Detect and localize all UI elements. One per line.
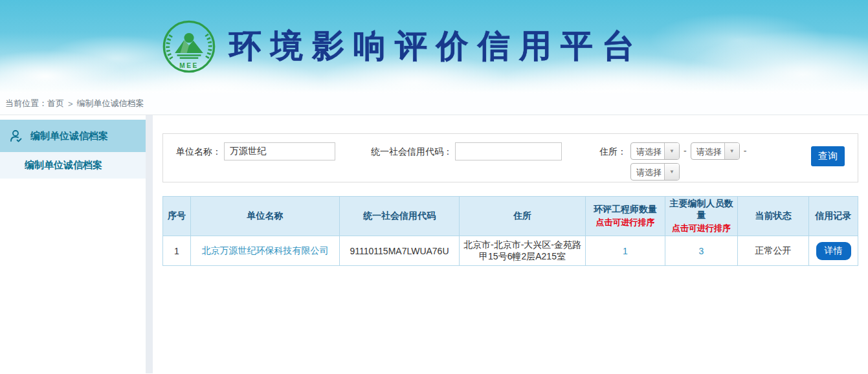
unit-name-label: 单位名称： [176,142,221,160]
chevron-down-icon[interactable]: ▼ [724,143,739,159]
col-credit-code: 统一社会信用代码 [340,197,460,236]
district-select-value: 请选择 [631,164,664,180]
breadcrumb-prefix: 当前位置： [5,98,47,109]
breadcrumb-current: 编制单位诚信档案 [77,98,144,109]
user-check-icon [8,128,24,144]
row-index: 1 [163,236,191,266]
col-staff-count-label: 主要编制人员数量 [670,198,733,220]
sort-hint: 点击可进行排序 [588,217,662,228]
city-select-value: 请选择 [691,143,724,159]
sort-hint: 点击可进行排序 [668,223,735,234]
chevron-down-icon[interactable]: ▼ [664,164,679,180]
address-group: 住所： 请选择 ▼ - 请选择 ▼ - [599,142,746,181]
chevron-down-icon[interactable]: ▼ [664,143,679,159]
mee-emblem-icon: MEE [162,19,216,74]
detail-button[interactable]: 详情 [816,242,851,260]
query-button[interactable]: 查询 [811,146,845,166]
content-area: 编制单位诚信档案 编制单位诚信档案 单位名称： 统一社会信用代码： 住所： 请选… [0,115,868,373]
site-header: MEE 环境影响评价信用平台 [0,0,868,93]
staff-count-link[interactable]: 3 [699,246,704,256]
credit-code-input[interactable] [455,142,562,160]
credit-code-label: 统一社会信用代码： [371,142,452,160]
table-row: 1 北京万源世纪环保科技有限公司 91110115MA7LWUA76U 北京市-… [163,236,858,266]
sidebar-item-label: 编制单位诚信档案 [30,130,108,142]
col-status: 当前状态 [738,197,809,236]
col-engineer-count-label: 环评工程师数量 [594,204,657,214]
breadcrumb: 当前位置： 首页 > 编制单位诚信档案 [0,93,868,115]
col-address: 住所 [460,197,586,236]
address-label: 住所： [599,142,627,181]
col-index: 序号 [163,197,191,236]
sidebar-subitem-unit-credit-archive[interactable]: 编制单位诚信档案 [0,152,146,179]
table-header-row: 序号 单位名称 统一社会信用代码 住所 环评工程师数量 点击可进行排序 主要编制… [163,197,858,236]
sidebar-subitem-label: 编制单位诚信档案 [25,159,102,171]
status-cell: 正常公开 [738,236,809,266]
col-engineer-count-sortable[interactable]: 环评工程师数量 点击可进行排序 [586,197,665,236]
unit-name-input[interactable] [224,142,335,160]
result-table: 序号 单位名称 统一社会信用代码 住所 环评工程师数量 点击可进行排序 主要编制… [162,196,858,266]
district-select[interactable]: 请选择 ▼ [630,163,680,181]
main-panel: 单位名称： 统一社会信用代码： 住所： 请选择 ▼ - 请选择 [153,115,868,373]
col-unit-name: 单位名称 [191,197,340,236]
search-panel: 单位名称： 统一社会信用代码： 住所： 请选择 ▼ - 请选择 [162,133,858,182]
sidebar: 编制单位诚信档案 编制单位诚信档案 [0,115,146,373]
engineer-count-link[interactable]: 1 [623,246,628,256]
credit-code-cell: 91110115MA7LWUA76U [340,236,460,266]
col-credit-record: 信用记录 [809,197,858,236]
city-select[interactable]: 请选择 ▼ [691,142,740,160]
sidebar-item-unit-credit-archive[interactable]: 编制单位诚信档案 [0,120,146,152]
sidebar-divider [146,115,153,373]
select-dash: - [684,142,687,160]
svg-text:MEE: MEE [179,61,198,69]
address-cell: 北京市-北京市-大兴区-金苑路甲15号6幢2层A215室 [460,236,586,266]
province-select-value: 请选择 [631,143,664,159]
province-select[interactable]: 请选择 ▼ [630,142,680,160]
page-title: 环境影响评价信用平台 [229,25,643,68]
select-dash: - [744,142,747,160]
credit-code-group: 统一社会信用代码： [371,142,562,160]
breadcrumb-home-link[interactable]: 首页 [47,98,64,109]
unit-name-link[interactable]: 北京万源世纪环保科技有限公司 [202,245,329,256]
address-selects: 请选择 ▼ - 请选择 ▼ - 请选择 ▼ [630,142,746,181]
col-staff-count-sortable[interactable]: 主要编制人员数量 点击可进行排序 [665,197,738,236]
breadcrumb-separator: > [68,99,73,109]
